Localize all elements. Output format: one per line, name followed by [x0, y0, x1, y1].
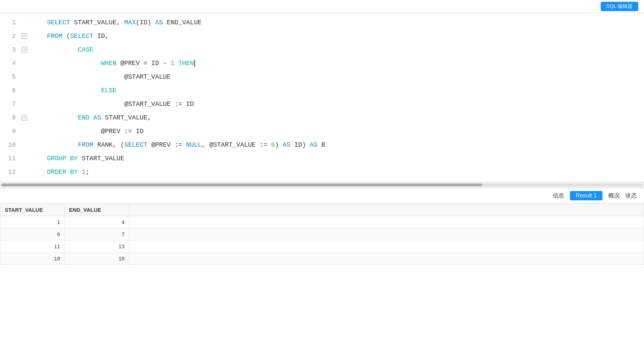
token: WHEN [101, 60, 120, 67]
line-number-8: 8 [0, 111, 21, 124]
code-line-5: 5 @START_VALUE [0, 70, 644, 84]
line-number-1: 1 [0, 16, 21, 29]
tab-result1[interactable]: Result 1 [570, 191, 602, 200]
code-content-7: @START_VALUE := ID [29, 97, 194, 111]
token: AS [155, 19, 167, 26]
table-cell: 6 [0, 228, 65, 240]
result-table-container: START_VALUE END_VALUE 146711131818 [0, 204, 644, 265]
code-content-3: CASE [29, 43, 93, 57]
token: @START_VALUE := ID [124, 101, 194, 108]
token: , @START_VALUE := [201, 141, 271, 148]
line-number-11: 11 [0, 152, 21, 165]
token: @PREV = ID - [120, 60, 170, 67]
line-number-4: 4 [0, 57, 21, 70]
token: 1 [171, 60, 175, 67]
cursor [194, 60, 195, 67]
fold-icon-8[interactable]: − [21, 115, 27, 121]
result-tabs: 信息 Result 1 概况 状态 [0, 188, 644, 204]
token: 0 [271, 141, 275, 148]
token: START_VALUE, [74, 19, 124, 26]
code-content-10: FROM RANK, (SELECT @PREV := NULL, @START… [29, 138, 325, 152]
code-content-2: FROM (SELECT ID, [29, 29, 109, 43]
token: AS [93, 114, 105, 121]
code-line-10: 10 FROM RANK, (SELECT @PREV := NULL, @ST… [0, 138, 644, 152]
table-cell: 4 [65, 216, 129, 228]
token: (ID) [136, 19, 155, 26]
token: THEN [179, 60, 194, 67]
token: END_VALUE [167, 19, 201, 26]
table-cell: 13 [65, 240, 129, 253]
code-content-1: SELECT START_VALUE, MAX(ID) AS END_VALUE [29, 16, 201, 29]
table-row: 1113 [0, 240, 644, 253]
token: START_VALUE, [105, 114, 151, 121]
code-content-9: @PREV := ID [29, 124, 143, 138]
token: ID) [294, 141, 310, 148]
code-line-6: 6 ELSE [0, 84, 644, 97]
token: ; [86, 168, 89, 176]
token: FROM [47, 33, 66, 40]
token: ( [66, 33, 70, 40]
token: MAX [124, 19, 136, 26]
token: AS [310, 141, 321, 148]
table-cell-extra [129, 253, 644, 265]
line-number-2: 2 [0, 29, 21, 43]
token: GROUP BY [47, 155, 82, 162]
editor-area: 1 SELECT START_VALUE, MAX(ID) AS END_VAL… [0, 13, 644, 182]
code-line-7: 7 @START_VALUE := ID [0, 97, 644, 111]
col-end-value: END_VALUE [65, 204, 129, 216]
tab-status[interactable]: 状态 [625, 192, 637, 200]
code-editor[interactable]: 1 SELECT START_VALUE, MAX(ID) AS END_VAL… [0, 13, 644, 182]
token [175, 60, 179, 67]
tab-overview[interactable]: 概况 [608, 192, 620, 200]
tab-info[interactable]: 信息 [553, 192, 564, 200]
table-row: 1818 [0, 253, 644, 265]
code-line-9: 9 @PREV := ID [0, 124, 644, 138]
code-line-4: 4 WHEN @PREV = ID - 1 THEN [0, 57, 644, 70]
code-content-8: END AS START_VALUE, [29, 111, 151, 124]
code-content-4: WHEN @PREV = ID - 1 THEN [29, 57, 195, 70]
code-line-11: 11 GROUP BY START_VALUE [0, 152, 644, 165]
token: ORDER BY [47, 168, 82, 176]
token: RANK, ( [97, 141, 125, 148]
line-number-3: 3 [0, 43, 21, 57]
table-cell-extra [129, 228, 644, 240]
code-content-5: @START_VALUE [29, 70, 171, 84]
token: @PREV := ID [101, 128, 143, 135]
token: SELECT [124, 141, 151, 148]
code-content-6: ELSE [29, 84, 117, 97]
token: B [321, 141, 325, 148]
token: @PREV := [151, 141, 186, 148]
horizontal-scrollbar[interactable] [0, 182, 644, 188]
line-number-9: 9 [0, 124, 21, 138]
table-cell: 18 [0, 253, 65, 265]
table-header-row: START_VALUE END_VALUE [0, 204, 644, 216]
code-content-11: GROUP BY START_VALUE [29, 152, 124, 165]
token: SELECT [70, 33, 97, 40]
token: 1 [82, 168, 86, 176]
token: SELECT [47, 19, 74, 26]
top-bar: SQL 编辑器 [0, 0, 644, 13]
code-line-3: 3− CASE [0, 43, 644, 57]
token: @START_VALUE [124, 73, 171, 80]
code-line-8: 8− END AS START_VALUE, [0, 111, 644, 124]
token: NULL [186, 141, 201, 148]
line-number-5: 5 [0, 70, 21, 84]
code-line-1: 1 SELECT START_VALUE, MAX(ID) AS END_VAL… [0, 16, 644, 29]
fold-icon-2[interactable]: − [21, 33, 27, 39]
sql-run-button[interactable]: SQL 编辑器 [601, 2, 638, 11]
table-cell: 1 [0, 216, 65, 228]
line-number-10: 10 [0, 138, 21, 152]
token: START_VALUE [82, 155, 124, 162]
token: END [78, 114, 93, 121]
token: AS [283, 141, 294, 148]
table-row: 14 [0, 216, 644, 228]
table-row: 67 [0, 228, 644, 240]
table-cell: 7 [65, 228, 129, 240]
line-number-6: 6 [0, 84, 21, 97]
fold-icon-3[interactable]: − [21, 47, 27, 53]
table-cell: 11 [0, 240, 65, 253]
token: ) [275, 141, 283, 148]
col-start-value: START_VALUE [0, 204, 65, 216]
scrollbar-track[interactable] [1, 184, 643, 186]
scrollbar-thumb[interactable] [1, 184, 482, 186]
